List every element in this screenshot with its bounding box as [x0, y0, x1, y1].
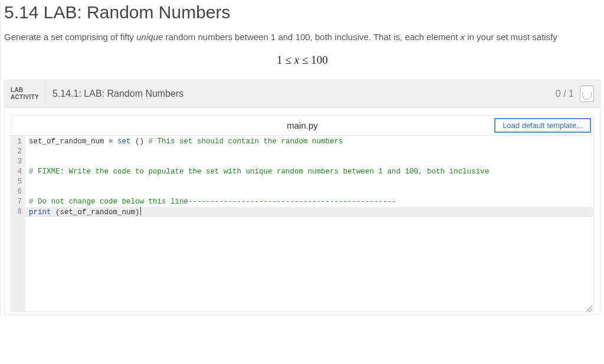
line-number: 6	[15, 187, 22, 197]
page-title: 5.14 LAB: Random Numbers	[4, 2, 604, 22]
code-line[interactable]: # Do not change code below this line----…	[29, 197, 590, 207]
load-default-template-button[interactable]: Load default template...	[494, 118, 591, 133]
line-number: 4	[15, 167, 22, 177]
lab-activity-tag: LAB ACTIVITY	[5, 80, 45, 107]
code-line[interactable]	[29, 147, 590, 157]
instructions-var-x: x	[461, 32, 465, 42]
line-number: 2	[15, 147, 22, 157]
lab-tag-line1: LAB	[11, 87, 39, 94]
code-line[interactable]: set_of_random_num = set () # This set sh…	[29, 137, 590, 147]
math-constraint: 1 ≤ x ≤ 100	[1, 54, 604, 67]
code-content[interactable]: set_of_random_num = set () # This set sh…	[25, 136, 593, 311]
instructions-part-c: in your set must satisfy	[465, 32, 557, 42]
activity-score: 0 / 1	[550, 80, 580, 107]
code-line[interactable]: print (set_of_random_num)	[29, 207, 590, 217]
line-number: 1	[15, 137, 22, 147]
code-line[interactable]	[29, 177, 590, 187]
instructions-text: Generate a set comprising of fifty uniqu…	[4, 31, 600, 43]
resize-grip-icon[interactable]	[585, 303, 593, 311]
editor-block: main.py Load default template... 1234567…	[11, 115, 594, 312]
work-area: main.py Load default template... 1234567…	[4, 108, 600, 315]
instructions-part-a: Generate a set comprising of fifty	[4, 32, 136, 42]
instructions-unique: unique	[136, 32, 163, 42]
code-editor[interactable]: 12345678 set_of_random_num = set () # Th…	[11, 136, 593, 311]
line-number-gutter: 12345678	[11, 136, 25, 311]
code-line[interactable]: # FIXME: Write the code to populate the …	[29, 167, 590, 177]
activity-bar: LAB ACTIVITY 5.14.1: LAB: Random Numbers…	[4, 80, 600, 108]
code-line[interactable]	[29, 157, 590, 167]
line-number: 8	[15, 207, 22, 217]
code-line[interactable]	[29, 187, 590, 197]
instructions-part-b: random numbers between 1 and 100, both i…	[163, 32, 460, 42]
pocket-icon	[580, 86, 594, 102]
line-number: 7	[15, 197, 22, 207]
line-number: 5	[15, 177, 22, 187]
text-cursor	[140, 207, 141, 215]
line-number: 3	[15, 157, 22, 167]
file-header: main.py Load default template...	[11, 116, 593, 136]
activity-title: 5.14.1: LAB: Random Numbers	[45, 80, 550, 107]
bookmark-button[interactable]	[580, 80, 600, 107]
lab-tag-line2: ACTIVITY	[11, 94, 39, 101]
